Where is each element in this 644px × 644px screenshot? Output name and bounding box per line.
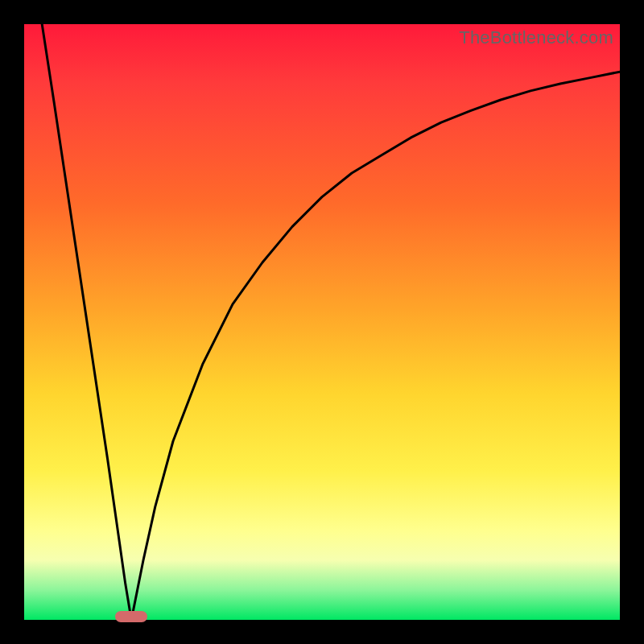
- bottleneck-curve: [24, 24, 620, 620]
- plot-area: TheBottleneck.com: [24, 24, 620, 620]
- watermark-text: TheBottleneck.com: [459, 27, 613, 48]
- chart-frame: TheBottleneck.com: [0, 0, 644, 644]
- optimal-marker: [115, 611, 147, 622]
